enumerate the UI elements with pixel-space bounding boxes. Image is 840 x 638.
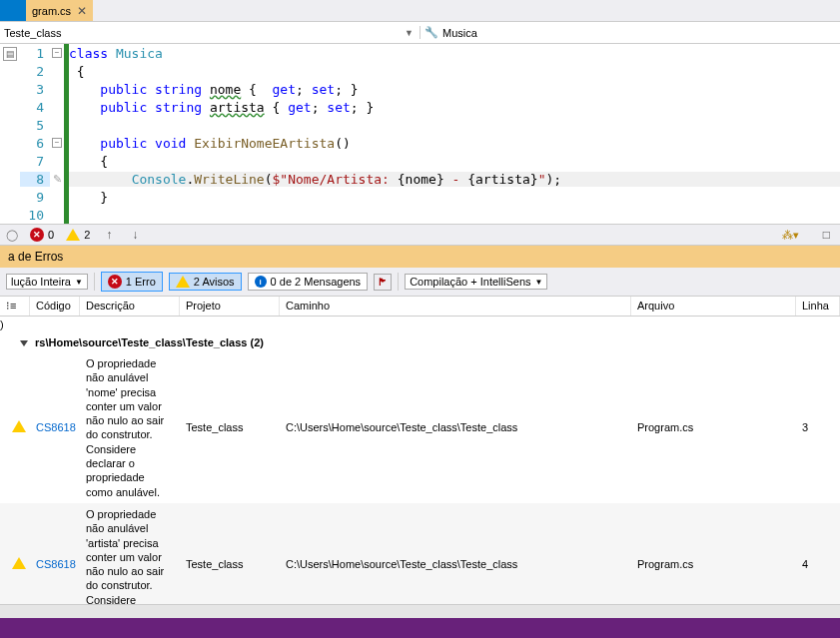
horizontal-scrollbar[interactable] — [0, 604, 840, 618]
error-path: C:\Users\Home\source\Teste_class\Teste_c… — [280, 556, 631, 572]
editor-margin: ▤ — [0, 44, 20, 224]
editor-gutter: 1 − class Musica 2 { 3 public string nom… — [20, 44, 840, 224]
tab-accent — [0, 0, 26, 21]
error-description: O propriedade não anulável 'nome' precis… — [80, 354, 180, 501]
error-icon: ✕ — [108, 275, 122, 289]
scope-dropdown[interactable]: lução Inteira ▼ — [6, 274, 88, 290]
error-file: Program.cs — [631, 556, 796, 572]
code-line[interactable]: { — [69, 154, 840, 169]
error-project: Teste_class — [180, 419, 280, 435]
brush-icon[interactable]: ✎ — [53, 173, 62, 186]
line-number: 10 — [20, 208, 50, 223]
table-header: ⁝≡ Código Descrição Projeto Caminho Arqu… — [0, 297, 840, 317]
editor-status-bar: ◯ ✕0 2 ↑ ↓ ⁂▾ □ — [0, 224, 840, 246]
next-issue-button[interactable]: ↓ — [128, 228, 142, 242]
line-number: 1 — [20, 46, 50, 61]
breadcrumb: Teste_class ▼ 🔧 Musica — [0, 22, 840, 44]
chevron-down-icon: ▼ — [75, 278, 83, 287]
error-code-link[interactable]: CS8618 — [36, 558, 76, 570]
code-line[interactable]: class Musica — [69, 46, 840, 61]
group-row[interactable]: rs\Home\source\Teste_class\Teste_class (… — [0, 332, 840, 352]
toggle-icon[interactable]: □ — [819, 228, 834, 242]
line-number: 8 — [20, 172, 50, 187]
chevron-down-icon — [20, 340, 28, 346]
warning-icon — [12, 557, 26, 569]
breadcrumb-left-label: Teste_class — [4, 27, 61, 39]
col-project[interactable]: Projeto — [180, 297, 280, 316]
error-description: O propriedade não anulável 'artista' pre… — [80, 505, 180, 604]
info-icon: i — [255, 276, 267, 288]
error-count[interactable]: ✕0 — [30, 228, 54, 242]
col-path[interactable]: Caminho — [280, 297, 631, 316]
code-editor[interactable]: ▤ 1 − class Musica 2 { 3 public string n… — [0, 44, 840, 224]
code-line[interactable]: Console.WriteLine($"Nome/Artista: {nome}… — [69, 172, 840, 187]
col-code[interactable]: Código — [30, 297, 80, 316]
close-icon[interactable]: ✕ — [77, 4, 87, 18]
error-icon: ✕ — [30, 228, 44, 242]
line-number: 5 — [20, 118, 50, 133]
fold-icon[interactable]: − — [52, 138, 62, 148]
cleanup-icon[interactable]: ⁂▾ — [782, 229, 799, 242]
error-file: Program.cs — [631, 419, 796, 435]
code-line[interactable]: public string nome { get; set; } — [69, 82, 840, 97]
breadcrumb-member[interactable]: 🔧 Musica — [420, 26, 840, 39]
chevron-down-icon: ▼ — [405, 28, 414, 38]
table-row[interactable]: CS8618 O propriedade não anulável 'artis… — [0, 503, 840, 604]
messages-filter-button[interactable]: i 0 de 2 Mensagens — [248, 273, 369, 291]
error-list-table: ⁝≡ Código Descrição Projeto Caminho Arqu… — [0, 297, 840, 604]
line-number: 6 — [20, 136, 50, 151]
file-tab[interactable]: gram.cs ✕ — [26, 0, 93, 21]
col-description[interactable]: Descrição — [80, 297, 180, 316]
error-project: Teste_class — [180, 556, 280, 572]
error-code-link[interactable]: CS8618 — [36, 421, 76, 433]
line-number: 9 — [20, 190, 50, 205]
code-line[interactable]: public string artista { get; set; } — [69, 100, 840, 115]
filter-icon[interactable]: 🏲 — [374, 274, 392, 291]
build-dropdown[interactable]: Compilação + IntelliSens ▼ — [405, 274, 547, 290]
warning-count[interactable]: 2 — [66, 229, 90, 241]
warning-icon — [176, 276, 190, 288]
col-icon[interactable]: ⁝≡ — [0, 297, 30, 316]
code-line[interactable]: { — [69, 64, 840, 79]
issues-icon[interactable]: ◯ — [6, 229, 18, 242]
error-path: C:\Users\Home\source\Teste_class\Teste_c… — [280, 419, 631, 435]
margin-glyph[interactable]: ▤ — [3, 47, 17, 61]
line-number: 7 — [20, 154, 50, 169]
wrench-icon: 🔧 — [424, 26, 438, 39]
breadcrumb-right-label: Musica — [442, 27, 477, 39]
warning-icon — [66, 229, 80, 241]
error-line: 4 — [796, 556, 840, 572]
col-line[interactable]: Linha — [796, 297, 840, 316]
code-line[interactable] — [69, 118, 840, 133]
table-row[interactable]: CS8618 O propriedade não anulável 'nome'… — [0, 352, 840, 503]
line-number: 3 — [20, 82, 50, 97]
warning-icon — [12, 420, 26, 432]
col-file[interactable]: Arquivo — [631, 297, 796, 316]
breadcrumb-namespace[interactable]: Teste_class ▼ — [0, 27, 420, 39]
prev-issue-button[interactable]: ↑ — [102, 228, 116, 242]
warnings-filter-button[interactable]: 2 Avisos — [169, 273, 242, 291]
window-status-bar — [0, 618, 840, 638]
tab-filename: gram.cs — [32, 5, 71, 17]
code-line[interactable]: public void ExibirNomeEArtista() — [69, 136, 840, 151]
error-line: 3 — [796, 419, 840, 435]
code-line[interactable]: } — [69, 190, 840, 205]
error-list-toolbar: lução Inteira ▼ ✕ 1 Erro 2 Avisos i 0 de… — [0, 268, 840, 297]
tab-bar: gram.cs ✕ — [0, 0, 840, 22]
chevron-down-icon: ▼ — [535, 278, 543, 287]
line-number: 2 — [20, 64, 50, 79]
errors-filter-button[interactable]: ✕ 1 Erro — [101, 272, 163, 292]
line-number: 4 — [20, 100, 50, 115]
code-line[interactable] — [69, 208, 840, 223]
fold-icon[interactable]: − — [52, 48, 62, 58]
error-list-title: a de Erros — [0, 246, 840, 268]
